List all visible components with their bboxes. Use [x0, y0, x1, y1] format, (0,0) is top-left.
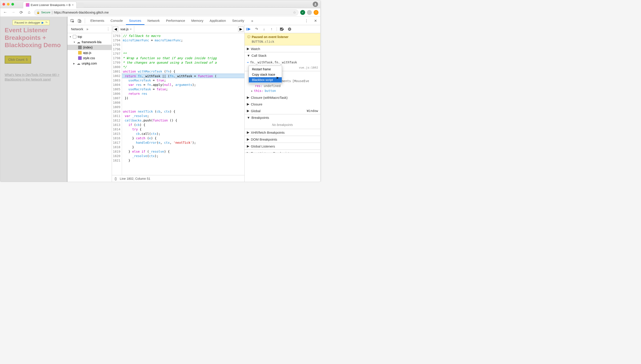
chevron-down-icon[interactable]: ▼: [73, 41, 76, 44]
scope-var-this[interactable]: ▶ this: button: [244, 88, 320, 93]
close-tab-icon[interactable]: ×: [72, 3, 74, 7]
user-avatar-icon[interactable]: [313, 2, 318, 7]
favicon-icon: [26, 3, 30, 7]
devtools-tab-performance[interactable]: Performance: [163, 17, 188, 25]
panel-header-dom[interactable]: ▶ DOM Breakpoints: [244, 136, 320, 142]
prev-file-icon[interactable]: ◀: [113, 26, 118, 32]
tree-item-index[interactable]: (index): [68, 45, 112, 50]
chevron-right-icon: ▶: [247, 130, 250, 134]
panel-header-watch[interactable]: ▶ Watch: [244, 46, 320, 52]
devtools-tab-elements[interactable]: Elements: [87, 17, 108, 25]
debugger-panel: ↷ ↓ ↑ ⓘPaused on event listener BUT: [244, 25, 320, 182]
step-over-button[interactable]: ↷: [254, 27, 259, 32]
panel-watch: ▶ Watch: [244, 46, 320, 52]
next-file-icon[interactable]: ▶: [238, 26, 244, 32]
device-toolbar-icon[interactable]: [76, 18, 82, 24]
tree-item-unpkg[interactable]: ▶ unpkg.com: [68, 61, 112, 66]
panel-event-listener-breakpoints: ▶ Event Listener Breakpoints: [244, 150, 320, 153]
cloud-icon: [77, 40, 80, 44]
devtools-body: Network » ⋮ ▼ top ▼ framework: [68, 25, 320, 182]
chevron-down-icon[interactable]: ▼: [69, 36, 72, 38]
format-icon[interactable]: {}: [114, 177, 117, 180]
tree-item-appjs[interactable]: app.js: [68, 50, 112, 56]
document-icon: [78, 46, 82, 49]
minimize-window-icon[interactable]: [7, 3, 10, 6]
extension-icon[interactable]: !: [314, 10, 318, 15]
url-bar[interactable]: 🔒 Secure | https://framework-blackboxing…: [34, 9, 298, 16]
panel-header-listeners[interactable]: ▶ Global Listeners: [244, 143, 320, 150]
panel-header-event-bp[interactable]: ▶ Event Listener Breakpoints: [244, 150, 320, 153]
svg-rect-2: [78, 19, 80, 22]
devtools-tab-sources[interactable]: Sources: [126, 17, 144, 25]
tree-item-domain[interactable]: ▼ framework-bla: [68, 40, 112, 45]
step-into-button[interactable]: ↓: [262, 27, 266, 32]
chevron-right-icon: ▶: [247, 144, 250, 148]
file-tab-vuejs[interactable]: vue.js ×: [118, 26, 134, 32]
step-icon[interactable]: ↷: [45, 21, 48, 24]
devtools: ElementsConsoleSourcesNetworkPerformance…: [67, 17, 320, 182]
scope-var-res[interactable]: res: undefined: [244, 84, 320, 88]
svg-rect-8: [290, 28, 290, 30]
new-tab-button[interactable]: [78, 3, 84, 8]
css-file-icon: [78, 56, 82, 60]
devtools-tab-application[interactable]: Application: [206, 17, 229, 25]
close-window-icon[interactable]: [2, 3, 5, 6]
chevron-right-icon: ▶: [247, 137, 250, 141]
close-devtools-icon[interactable]: ✕: [312, 18, 318, 24]
navigator-tab-network[interactable]: Network: [69, 26, 85, 32]
paused-in-debugger-badge: Paused in debugger ▶ ↷: [12, 20, 50, 25]
panel-header-breakpoints[interactable]: ▼ Breakpoints: [244, 114, 320, 121]
navigator-menu-icon[interactable]: ⋮: [106, 27, 110, 31]
panel-header-callstack[interactable]: ▼ Call Stack: [244, 52, 320, 59]
step-out-button[interactable]: ↑: [269, 27, 274, 32]
devtools-menu-icon[interactable]: ⋮: [303, 18, 310, 24]
resume-button[interactable]: [246, 27, 251, 32]
scope-closure1-header[interactable]: ▶ Closure (withMacroTask): [244, 94, 320, 101]
panel-callstack: ▼ Call Stack ➔ fn._withTask.fn._withTask…: [244, 52, 320, 71]
pause-on-exceptions-button[interactable]: [287, 27, 292, 32]
devtools-tab-console[interactable]: Console: [108, 17, 126, 25]
scope-global-header[interactable]: ▶ Global Window: [244, 108, 320, 114]
back-button[interactable]: ←: [2, 9, 8, 16]
deactivate-breakpoints-button[interactable]: [280, 27, 284, 32]
menu-item-restart-frame[interactable]: Restart frame: [249, 66, 282, 72]
devtools-tab-memory[interactable]: Memory: [188, 17, 206, 25]
resume-icon[interactable]: ▶: [42, 21, 44, 24]
browser-tab[interactable]: Event Listener Breakpoints + B ×: [23, 2, 76, 8]
more-tabs-icon[interactable]: »: [86, 27, 88, 31]
lock-icon: 🔒: [36, 11, 40, 14]
stack-frame-location[interactable]: vue.js:1802: [299, 66, 318, 69]
tree-item-top[interactable]: ▼ top: [68, 34, 112, 40]
current-frame-icon: ➔: [247, 60, 248, 64]
inspect-element-icon[interactable]: [69, 18, 76, 24]
more-tabs-icon[interactable]: »: [249, 18, 255, 24]
home-button[interactable]: ⌂: [26, 9, 32, 16]
page-viewport: Paused in debugger ▶ ↷ Event Listener Br…: [0, 17, 67, 182]
panel-dom-breakpoints: ▶ DOM Breakpoints: [244, 136, 320, 143]
extension-icon[interactable]: [307, 10, 312, 15]
svg-rect-4: [246, 28, 247, 30]
browser-window: Event Listener Breakpoints + B × ← → ⟳ ⌂…: [0, 0, 320, 182]
code-lines: // fallback to macromicroTimerFunc = mac…: [122, 33, 244, 175]
code-area[interactable]: 1793179417951796179717981799180018011802…: [112, 33, 244, 175]
chevron-right-icon[interactable]: ▶: [73, 62, 76, 65]
paused-target: BUTTON.click: [252, 40, 318, 44]
panel-global-listeners: ▶ Global Listeners: [244, 143, 320, 150]
scope-closure2-header[interactable]: ▶ Closure: [244, 101, 320, 108]
reload-button[interactable]: ⟳: [18, 9, 24, 16]
stack-frame[interactable]: ➔ fn._withTask.fn._withTask: [244, 60, 320, 65]
panel-header-xhr[interactable]: ▶ XHR/fetch Breakpoints: [244, 129, 320, 136]
click-count-button[interactable]: Click Count: 5: [5, 56, 31, 64]
window-icon: [73, 35, 76, 38]
maximize-window-icon[interactable]: [11, 3, 14, 6]
forward-button[interactable]: →: [10, 9, 16, 16]
page-link[interactable]: What's New In DevTools (Chrome 66) > Bla…: [5, 72, 62, 82]
bookmark-icon[interactable]: ☆: [293, 10, 296, 14]
tree-item-stylecss[interactable]: style.css: [68, 56, 112, 61]
cursor-position: Line 1802, Column 51: [120, 177, 150, 180]
extension-icon[interactable]: ✓: [300, 10, 305, 15]
devtools-tab-network[interactable]: Network: [144, 17, 163, 25]
devtools-tab-security[interactable]: Security: [229, 17, 247, 25]
traffic-lights: [2, 3, 14, 6]
close-file-icon[interactable]: ×: [130, 27, 132, 31]
